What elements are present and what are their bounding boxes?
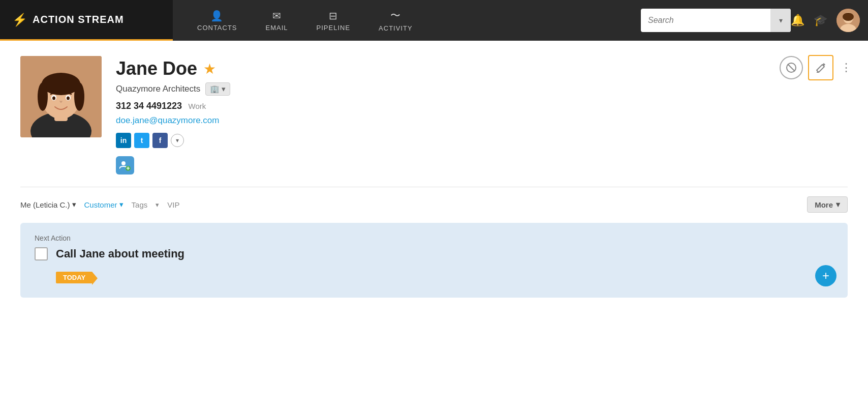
edit-button[interactable] [808, 55, 833, 80]
lightning-icon: ⚡ [12, 13, 27, 27]
nav-pipeline[interactable]: ⊟ PIPELINE [302, 0, 365, 41]
customer-type-dropdown[interactable]: Customer ▾ [84, 200, 123, 209]
social-row: in t f ▾ [116, 133, 848, 148]
add-contact-button[interactable]: + [116, 156, 134, 175]
vip-tag: VIP [167, 200, 179, 209]
tags-label: Tags [132, 200, 148, 209]
contact-header: Jane Doe ★ Quazymore Architects 🏢 ▾ 312 … [20, 56, 848, 175]
activity-icon: 〜 [390, 9, 401, 22]
owner-arrow-icon: ▾ [72, 200, 76, 209]
twitter-button[interactable]: t [134, 133, 149, 148]
nav-items: 👤 CONTACTS ✉ EMAIL ⊟ PIPELINE 〜 ACTIVITY [173, 0, 641, 41]
nav-pipeline-label: PIPELINE [317, 24, 351, 32]
svg-point-9 [38, 82, 48, 111]
tags-dropdown-arrow: ▾ [156, 201, 159, 209]
facebook-button[interactable]: f [152, 133, 168, 148]
svg-point-10 [74, 82, 84, 111]
contact-photo [20, 56, 102, 137]
email-link[interactable]: doe.jane@quazymore.com [116, 115, 848, 126]
more-button[interactable]: More ▾ [807, 196, 848, 213]
next-action-label: Next Action [35, 234, 833, 242]
social-more-button[interactable]: ▾ [171, 134, 184, 147]
company-type-button[interactable]: 🏢 ▾ [205, 82, 230, 96]
svg-text:+: + [126, 165, 130, 171]
favorite-star-icon[interactable]: ★ [203, 61, 216, 77]
nav-contacts[interactable]: 👤 CONTACTS [183, 0, 252, 41]
tags-row-left: Me (Leticia C.) ▾ Customer ▾ Tags ▾ VIP [20, 200, 799, 209]
next-action-row: Call Jane about meeting [35, 247, 833, 260]
phone-number: 312 34 4491223 [116, 101, 182, 111]
svg-line-19 [788, 64, 795, 71]
svg-point-8 [42, 73, 80, 95]
top-navigation: ⚡ ACTION STREAM 👤 CONTACTS ✉ EMAIL ⊟ PIP… [0, 0, 868, 41]
help-icon[interactable]: 🎓 [814, 14, 827, 27]
search-dropdown-button[interactable]: ▾ [770, 9, 791, 32]
email-icon: ✉ [272, 10, 282, 22]
next-action-area: Next Action Call Jane about meeting TODA… [20, 223, 848, 298]
building-icon: 🏢 [210, 84, 220, 94]
contact-name: Jane Doe [116, 58, 197, 79]
phone-row: 312 34 4491223 Work [116, 101, 848, 111]
owner-label: Me (Leticia C.) [20, 200, 70, 209]
contacts-icon: 👤 [210, 10, 224, 22]
svg-point-15 [121, 161, 126, 165]
search-input[interactable] [641, 16, 770, 25]
more-arrow-icon: ▾ [836, 200, 840, 209]
svg-point-14 [67, 97, 70, 100]
contact-info: Jane Doe ★ Quazymore Architects 🏢 ▾ 312 … [116, 56, 848, 175]
nav-right-icons: 🔔 🎓 [791, 9, 868, 32]
more-options-button[interactable]: ⋮ [839, 61, 854, 74]
more-label: More [815, 200, 833, 209]
main-content: Jane Doe ★ Quazymore Architects 🏢 ▾ 312 … [0, 41, 868, 406]
customer-type-label: Customer [84, 200, 117, 209]
brand-logo[interactable]: ⚡ ACTION STREAM [0, 0, 173, 41]
user-avatar[interactable] [836, 9, 860, 32]
pipeline-icon: ⊟ [329, 10, 338, 22]
add-action-button[interactable]: + [815, 265, 836, 286]
divider [20, 187, 848, 187]
nav-activity[interactable]: 〜 ACTIVITY [364, 0, 427, 41]
company-dropdown-arrow: ▾ [222, 84, 226, 94]
company-name: Quazymore Architects [116, 84, 200, 94]
contact-name-row: Jane Doe ★ [116, 58, 848, 79]
contact-actions: ⋮ [780, 55, 854, 80]
notifications-icon[interactable]: 🔔 [791, 14, 804, 27]
tags-row: Me (Leticia C.) ▾ Customer ▾ Tags ▾ VIP … [20, 196, 848, 213]
company-row: Quazymore Architects 🏢 ▾ [116, 82, 848, 96]
nav-email[interactable]: ✉ EMAIL [252, 0, 302, 41]
nav-contacts-label: CONTACTS [197, 24, 237, 32]
owner-dropdown[interactable]: Me (Leticia C.) ▾ [20, 200, 76, 209]
svg-point-3 [843, 13, 854, 21]
search-bar: ▾ [641, 9, 791, 32]
action-checkbox[interactable] [35, 247, 48, 260]
brand-title: ACTION STREAM [33, 14, 124, 25]
action-title: Call Jane about meeting [56, 247, 184, 260]
svg-point-13 [52, 97, 55, 100]
today-badge: TODAY [56, 272, 92, 283]
nav-email-label: EMAIL [266, 24, 288, 32]
nav-activity-label: ACTIVITY [379, 24, 413, 32]
linkedin-button[interactable]: in [116, 133, 131, 148]
customer-arrow-icon: ▾ [119, 200, 123, 209]
no-contact-button[interactable] [780, 56, 803, 79]
phone-label: Work [189, 102, 206, 110]
